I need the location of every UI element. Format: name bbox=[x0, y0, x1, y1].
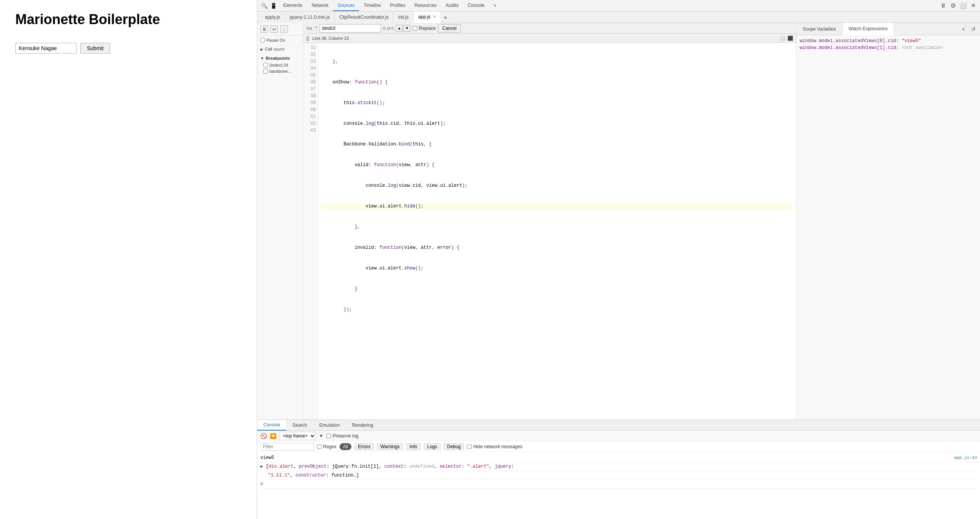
file-tab-init[interactable]: init.js bbox=[394, 11, 413, 23]
status-bar: {} Line 38, Column 23 ⬜ ⬛ bbox=[303, 34, 796, 43]
tab-emulation[interactable]: Emulation bbox=[313, 420, 346, 431]
console-entry-1: ▶ [div.alert, prevObject: jQuery.fn.init… bbox=[260, 462, 977, 471]
tab-profiles[interactable]: Profiles bbox=[385, 0, 410, 11]
format-icon[interactable]: {} bbox=[306, 36, 309, 41]
console-clear-icon[interactable]: 🚫 bbox=[260, 433, 267, 439]
name-input[interactable] bbox=[15, 43, 77, 54]
regex-label: Regex bbox=[323, 444, 336, 449]
hide-network-row: Hide network messages bbox=[467, 444, 522, 449]
tab-sources[interactable]: Sources bbox=[333, 0, 359, 11]
tab-nav: Elements Network Sources Timeline Profil… bbox=[279, 0, 501, 11]
step-into-button[interactable]: ↓ bbox=[280, 25, 288, 33]
debug-controls: ⏸ ↩ ↓ bbox=[257, 23, 303, 36]
breakpoint-0-label: (index):24 bbox=[270, 63, 288, 67]
file-tab-app-label: app.js bbox=[418, 14, 431, 20]
file-tab-apply-label: apply.js bbox=[265, 15, 280, 20]
code-line-37: console.log(view.cid, view.ui.alert); bbox=[322, 182, 793, 189]
pause-debugger-icon[interactable]: ⏸ bbox=[939, 2, 947, 10]
breakpoint-1-checkbox[interactable] bbox=[263, 69, 268, 73]
toolbar-right: ⏸ ⚙ ⬜ ✕ bbox=[939, 2, 977, 10]
find-input[interactable] bbox=[320, 24, 381, 33]
console-filter-icon[interactable]: 🔽 bbox=[270, 433, 276, 439]
page-title: Marionette Boilerplate bbox=[15, 11, 242, 28]
watch-expr-0: window.model.associatedViews[0].cid: "vi… bbox=[800, 38, 977, 44]
search-icon[interactable]: 🔍 bbox=[260, 2, 268, 10]
add-watch-button[interactable]: + bbox=[960, 26, 967, 33]
file-tabs: apply.js jquery-1.11.0.min.js ClipResult… bbox=[257, 11, 980, 23]
tab-resources[interactable]: Resources bbox=[410, 0, 441, 11]
breakpoint-0-checkbox[interactable] bbox=[263, 63, 268, 67]
case-sensitive-icon[interactable]: Aa bbox=[306, 26, 312, 31]
pause-button[interactable]: ⏸ bbox=[260, 25, 268, 33]
devtools-panel: 🔍 📱 Elements Network Sources Timeline Pr… bbox=[257, 0, 980, 519]
find-bar: Aa .* 0 of 0 ▲ ▼ Replace Cancel bbox=[303, 23, 796, 34]
regex-icon[interactable]: .* bbox=[314, 26, 317, 31]
watch-panel: Scope Variables Watch Expressions + ↺ wi… bbox=[796, 23, 980, 419]
cancel-find-button[interactable]: Cancel bbox=[438, 24, 461, 33]
refresh-watch-button[interactable]: ↺ bbox=[970, 26, 977, 33]
watch-expr-1-val: <not available> bbox=[902, 45, 943, 51]
regex-checkbox[interactable] bbox=[317, 444, 322, 449]
tab-rendering[interactable]: Rendering bbox=[346, 420, 379, 431]
level-debug-button[interactable]: Debug bbox=[444, 443, 464, 450]
level-errors-button[interactable]: Errors bbox=[354, 443, 374, 450]
debug-sidebar: ⏸ ↩ ↓ Pause On ▶ Call async ▼ Breakpoint… bbox=[257, 23, 303, 419]
breakpoints-section: ▼ Breakpoints (index):24 backbone... bbox=[257, 53, 303, 76]
tab-network[interactable]: Network bbox=[307, 0, 333, 11]
console-expand-icon-0[interactable]: ▶ bbox=[260, 464, 263, 469]
watch-tabs: Scope Variables Watch Expressions + ↺ bbox=[797, 23, 980, 35]
close-devtools-icon[interactable]: ✕ bbox=[969, 2, 977, 10]
code-line-43: }); bbox=[322, 306, 793, 313]
level-info-button[interactable]: Info bbox=[406, 443, 421, 450]
code-line-41: view.ui.alert.show(); bbox=[322, 265, 793, 272]
find-next-button[interactable]: ▼ bbox=[403, 25, 410, 32]
frame-arrow-icon[interactable]: ▼ bbox=[319, 433, 323, 439]
settings-icon[interactable]: ⚙ bbox=[949, 2, 957, 10]
code-editor[interactable]: 31 32 33 34 35 36 37 38 39 40 41 42 43 }… bbox=[303, 43, 796, 419]
file-tab-jquery[interactable]: jquery-1.11.0.min.js bbox=[285, 11, 335, 23]
level-all-button[interactable]: All bbox=[340, 443, 351, 450]
console-output: app.js:34 view5 ▶ [div.alert, prevObject… bbox=[257, 452, 980, 519]
tab-audits[interactable]: Audits bbox=[441, 0, 463, 11]
tab-watch-expressions[interactable]: Watch Expressions bbox=[843, 23, 894, 35]
step-over-button[interactable]: ↩ bbox=[270, 25, 278, 33]
dock-icon[interactable]: ⬜ bbox=[959, 2, 967, 10]
file-tab-app[interactable]: app.js ✕ bbox=[414, 11, 441, 23]
level-logs-button[interactable]: Logs bbox=[424, 443, 441, 450]
hide-network-checkbox[interactable] bbox=[467, 444, 472, 449]
console-entry-0: app.js:34 view5 bbox=[260, 454, 977, 462]
file-tab-apply[interactable]: apply.js bbox=[260, 11, 285, 23]
call-stack-row[interactable]: ▶ Call async bbox=[257, 45, 303, 53]
file-tab-clip[interactable]: ClipResultCoordinator.js bbox=[335, 11, 394, 23]
console-tabs: Console Search Emulation Rendering bbox=[257, 420, 980, 431]
tab-elements[interactable]: Elements bbox=[279, 0, 307, 11]
level-warnings-button[interactable]: Warnings bbox=[377, 443, 403, 450]
breakpoints-header[interactable]: ▼ Breakpoints bbox=[260, 54, 300, 62]
console-area: Console Search Emulation Rendering 🚫 🔽 <… bbox=[257, 419, 980, 519]
tab-scope-variables[interactable]: Scope Variables bbox=[797, 23, 843, 35]
find-count: 0 of 0 bbox=[383, 26, 394, 31]
pause-on-checkbox[interactable] bbox=[260, 38, 265, 42]
console-prompt-row[interactable]: > bbox=[260, 480, 977, 489]
file-tabs-more-icon[interactable]: » bbox=[441, 14, 450, 20]
replace-checkbox[interactable] bbox=[413, 26, 417, 31]
file-tab-close-icon[interactable]: ✕ bbox=[433, 15, 436, 19]
tab-console[interactable]: Console bbox=[463, 0, 489, 11]
tab-console-bottom[interactable]: Console bbox=[257, 420, 286, 431]
preserve-log-checkbox[interactable] bbox=[327, 434, 331, 438]
file-tab-jquery-label: jquery-1.11.0.min.js bbox=[290, 15, 330, 20]
console-frame-select[interactable]: <top frame> bbox=[279, 432, 316, 440]
sources-main: ⏸ ↩ ↓ Pause On ▶ Call async ▼ Breakpoint… bbox=[257, 23, 980, 419]
code-area: Aa .* 0 of 0 ▲ ▼ Replace Cancel {} Line … bbox=[303, 23, 796, 419]
tab-more[interactable]: » bbox=[489, 0, 501, 11]
tab-search[interactable]: Search bbox=[286, 420, 313, 431]
submit-button[interactable]: Submit bbox=[80, 43, 110, 54]
device-icon[interactable]: 📱 bbox=[270, 2, 277, 10]
tab-timeline[interactable]: Timeline bbox=[359, 0, 385, 11]
collapse-icon[interactable]: ⬜ bbox=[779, 36, 785, 41]
console-source-link-0[interactable]: app.js:34 bbox=[954, 454, 977, 461]
console-obj-1: "1.11.1", constructor: function…] bbox=[260, 473, 359, 478]
find-prev-button[interactable]: ▲ bbox=[396, 25, 403, 32]
expand-icon[interactable]: ⬛ bbox=[787, 36, 793, 41]
console-filter-input[interactable] bbox=[260, 443, 314, 450]
